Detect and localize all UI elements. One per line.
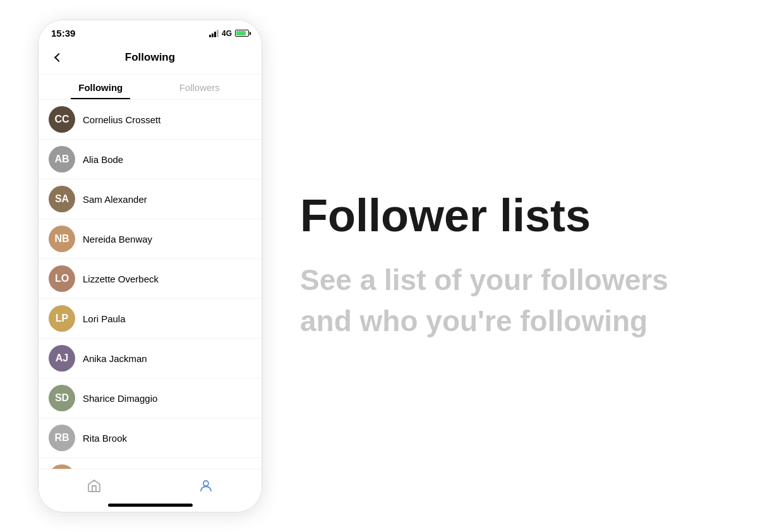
user-item[interactable]: AJAnika Jackman [39, 339, 262, 378]
avatar: SD [49, 385, 75, 411]
tabs-container: Following Followers [39, 75, 262, 100]
user-name: Alia Bode [83, 154, 123, 165]
profile-nav-item[interactable] [190, 473, 222, 501]
tab-followers[interactable]: Followers [150, 82, 250, 99]
user-name: Nereida Benway [83, 234, 152, 245]
description-title: Follower lists [300, 191, 701, 241]
user-item[interactable]: RBRita Brook [39, 418, 262, 458]
user-item[interactable]: JEJeana Ehmann [39, 458, 262, 469]
home-nav-item[interactable] [78, 473, 110, 501]
avatar: AJ [49, 345, 75, 372]
phone-mockup: 15:39 4G Following Following Followers [38, 20, 262, 512]
status-icons: 4G [209, 29, 249, 38]
back-chevron-icon [54, 53, 63, 62]
user-name: Rita Brook [83, 433, 127, 444]
description-subtitle: See a list of your followers and who you… [300, 260, 701, 341]
home-icon [87, 478, 102, 496]
nav-bar: Following [39, 44, 262, 75]
nav-title: Following [69, 51, 231, 64]
user-list: CCCornelius CrossettABAlia BodeSASam Ale… [39, 100, 262, 469]
avatar: NB [49, 226, 75, 252]
avatar: AB [49, 146, 75, 172]
user-item[interactable]: LPLori Paula [39, 299, 262, 339]
user-item[interactable]: SDSharice Dimaggio [39, 378, 262, 418]
home-indicator [108, 504, 193, 507]
user-item[interactable]: ABAlia Bode [39, 140, 262, 179]
battery-fill [236, 31, 246, 35]
description-panel: Follower lists See a list of your follow… [262, 166, 739, 366]
user-item[interactable]: NBNereida Benway [39, 219, 262, 259]
avatar: LO [49, 265, 75, 292]
profile-icon [198, 478, 214, 496]
user-name: Sharice Dimaggio [83, 393, 157, 404]
user-name: Lizzette Overbeck [83, 274, 159, 284]
avatar: RB [49, 425, 75, 451]
network-label: 4G [222, 29, 232, 38]
user-item[interactable]: LOLizzette Overbeck [39, 259, 262, 299]
battery-icon [235, 30, 249, 37]
user-name: Lori Paula [83, 313, 126, 324]
user-item[interactable]: CCCornelius Crossett [39, 100, 262, 140]
tab-following[interactable]: Following [51, 82, 150, 99]
user-name: Anika Jackman [83, 353, 147, 364]
avatar: SA [49, 186, 75, 212]
page-wrapper: 15:39 4G Following Following Followers [0, 0, 777, 532]
user-item[interactable]: SASam Alexander [39, 179, 262, 219]
status-bar: 15:39 4G [39, 20, 262, 44]
back-button[interactable] [49, 47, 69, 68]
user-name: Cornelius Crossett [83, 114, 160, 125]
signal-bars-icon [209, 30, 219, 37]
avatar: JE [49, 464, 75, 469]
status-time: 15:39 [51, 28, 75, 39]
svg-point-0 [203, 481, 208, 486]
avatar: CC [49, 106, 75, 133]
user-name: Sam Alexander [83, 194, 147, 205]
bottom-nav-wrapper [39, 469, 262, 512]
avatar: LP [49, 305, 75, 332]
